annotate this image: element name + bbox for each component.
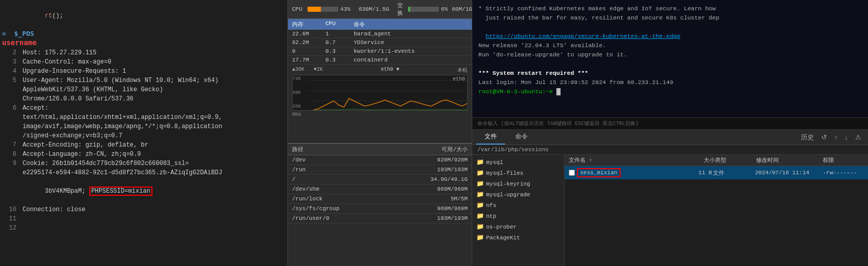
code-line-10: 10 Connection: close [0,205,287,214]
chart-canvas-area [308,75,467,110]
disk-section: 路径 可用/大小 /dev 920M/920M /run 193M/193M /… [288,144,472,266]
disk-runuser: /run/user/0 193M/193M [288,214,472,223]
col-type-header: 类型 [715,156,756,164]
net-down: ▲30K ▼2K [292,67,323,74]
net-local: 本机 [457,67,468,74]
stats-bar: CPU 43% 630M/1.5G 交换 6% 60M/1G [288,0,472,19]
terminal-line-6: Run 'do-release-upgrade' to upgrade to i… [478,50,862,59]
file-checkbox[interactable] [569,170,575,176]
code-line-2: 2 Host: 175.27.229.115 [0,48,287,57]
file-table-header: 文件名 ↑ 大小 类型 修改时间 权限 [565,155,868,166]
col-perm-header: 权限 [823,156,864,164]
code-line-7: 7 Accept-Encoding: gzip, deflate, br [0,140,287,150]
disk-run: /run 193M/193M [288,165,472,175]
terminal-line-8: *** System restart required *** [478,69,862,78]
code-line-11: 11 [0,214,287,223]
current-path: /var/lib/php/sessions [477,147,549,153]
file-path-bar: /var/lib/php/sessions [472,145,868,155]
process-row-containerd[interactable]: 17.7M 0.3 containerd [288,56,472,65]
col-mem-header: 内存 [292,21,325,28]
tree-item-os-prober[interactable]: 📁 os-prober [472,221,564,232]
file-type: 文件 [713,169,754,177]
code-line-9: 9 Cookie: 26b1b01454dc779cb29c6f802c6600… [0,159,287,168]
terminal-line-5: New release '22.04.3 LTS' available. [478,41,862,50]
process-table-header: 内存 CPU 命令 [288,19,472,30]
code-line-6: 6 Accept: [0,104,287,113]
terminal-line-2: just raised the bar for easy, resilient … [478,13,862,23]
folder-icon: 📁 [476,201,484,209]
disk-dev: /dev 920M/920M [288,155,472,165]
time-0ms: 0ms [292,112,301,117]
process-row-yd[interactable]: 82.2M 0.7 YDService [288,38,472,47]
file-perm: -rw------- [823,170,864,176]
code-line-5c: Chrome/126.0.0.0 Safari/537.36 [0,94,287,104]
code-line-6c: image/avif,image/webp,image/apng,*/*;q=0… [0,122,287,131]
tree-item-ntp[interactable]: 📁 ntp [472,211,564,221]
terminal-prompt-line: root@VM-0-3-ubuntu:~# [478,87,862,96]
cmd-input-bar: 命令输入 (按ALT键提示历史 TAB键路径 ESC键返回 双击CTRL切换) [472,118,868,130]
network-chart: 72K 50K 25K eth0 [292,75,468,111]
net-interface: eth0 ▼ [381,67,399,74]
disk-cgroup: /sys/fs/cgroup 969M/969M [288,204,472,214]
tree-item-packagekit[interactable]: 📁 PackageKit [472,232,564,243]
tab-commands[interactable]: 命令 [507,130,536,145]
terminal[interactable]: * Strictly confined Kubernetes makes edg… [472,0,868,118]
col-name-header: 文件名 ↑ [569,156,674,164]
code-line-6d: /signed-exchange;v=b3;q=0.7 [0,131,287,140]
monitor-top: CPU 43% 630M/1.5G 交换 6% 60M/1G 内存 CPU 命令 [288,0,472,144]
file-details: 文件名 ↑ 大小 类型 修改时间 权限 sess_mixian 11 B 文件 … [565,155,868,266]
right-panel: * Strictly confined Kubernetes makes edg… [472,0,868,266]
folder-icon: 📁 [476,223,484,231]
code-line-9b: e2295174-e594-4882-92c1-d5d8f27bc365.zb-… [0,168,287,177]
process-row-barad[interactable]: 22.6M 1 barad_agent [288,30,472,38]
history-btn[interactable]: 历史 [798,131,817,144]
code-line-3: 3 Cache-Control: max-age=0 [0,57,287,67]
file-tabs: 文件 命令 历史 ↺ ↑ ↓ ⚠ [472,130,868,145]
tree-item-mysql-files[interactable]: 📁 mysql-files [472,168,564,178]
phpsessid-highlight: PHPSESSID=mixian [89,187,152,196]
terminal-line-9: Last login: Mon Jul 15 23:09:52 2024 fro… [478,78,862,87]
file-row-sess-mixian[interactable]: sess_mixian 11 B 文件 2024/07/16 11:14 -rw… [565,166,868,179]
tree-item-mysql-upgrade[interactable]: 📁 mysql-upgrade [472,189,564,200]
tab-files[interactable]: 文件 [476,130,505,145]
mem-value: 630M/1.5G [359,6,389,12]
disk-header: 路径 可用/大小 [288,144,472,155]
network-chart-area: ▲30K ▼2K eth0 ▼ 本机 72K 50K 25K [288,65,472,111]
system-monitor: CPU 43% 630M/1.5G 交换 6% 60M/1G 内存 CPU 命令 [287,0,472,266]
terminal-line-4: https://ubuntu.com/engage/secure-kuberne… [478,32,862,41]
code-line-6b: text/html,application/xhtml+xml,applicat… [0,113,287,122]
process-row-kworker[interactable]: 0 0.3 kworker/1:1-events [288,47,472,56]
swap-progress: 6% 60M/1G [408,6,472,12]
warn-btn[interactable]: ⚠ [853,132,864,142]
file-tree: 📁 mysql 📁 mysql-files 📁 mysql-keyring 📁 … [472,155,565,266]
swap-detail: 60M/1G [452,6,472,12]
folder-icon: 📁 [476,180,484,188]
folder-icon: 📁 [476,234,484,241]
swap-label: 交换 [397,2,403,17]
folder-icon: 📁 [476,191,484,198]
sess-mixian-label: sess_mixian [577,168,621,177]
network-label: ▲30K ▼2K eth0 ▼ 本机 [292,67,468,74]
cpu-value: 43% [340,6,351,12]
tree-item-mysql-keyring[interactable]: 📁 mysql-keyring [472,178,564,189]
col-mtime-header: 修改时间 [756,156,823,164]
terminal-line-7 [478,59,862,69]
cpu-progress: 43% [307,6,351,12]
code-line-12: 12 [0,223,287,233]
cmd-hint: 命令输入 (按ALT键提示历史 TAB键路径 ESC键返回 双击CTRL切换) [477,120,639,127]
code-line-5: 5 User-Agent: Mozilla/5.0 (Windows NT 10… [0,76,287,85]
code-line-4: 4 Upgrade-Insecure-Requests: 1 [0,67,287,76]
terminal-line-3 [478,23,862,32]
tree-item-mysql[interactable]: 📁 mysql [472,157,564,168]
code-line-9c: 3bV4KMBpaM; PHPSESSID=mixian [0,177,287,205]
col-cpu-header: CPU [325,21,354,28]
file-size: 11 B [671,170,712,176]
refresh-btn[interactable]: ↺ [819,132,830,142]
tree-item-nfs[interactable]: 📁 nfs [472,200,564,211]
col-size-header: 大小 [674,156,715,164]
terminal-cursor [556,88,561,95]
download-btn[interactable]: ↓ [842,132,851,142]
code-line-8: 8 Accept-Language: zh-CN, zh;q=0.9 [0,150,287,159]
upload-btn[interactable]: ↑ [832,132,840,142]
folder-icon: 📁 [476,169,484,177]
